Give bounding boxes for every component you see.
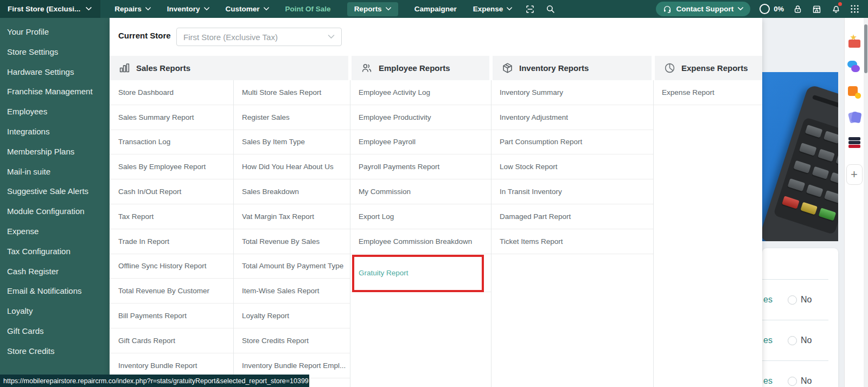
store-selector-dropdown[interactable]: First Store (Exclusi... (0, 0, 100, 18)
report-item-export-log[interactable]: Export Log (350, 204, 491, 229)
sidebar-item-module-configuration[interactable]: Module Configuration (0, 202, 110, 222)
report-item-gift-cards-report[interactable]: Gift Cards Report (110, 328, 233, 353)
report-item-cash-in-out-report[interactable]: Cash In/Out Report (110, 179, 233, 204)
sidebar-item-employees[interactable]: Employees (0, 102, 110, 122)
status-bar: https://mobilerepairstore.repaircrm.co/i… (0, 375, 309, 387)
report-item-total-revenue-by-customer[interactable]: Total Revenue By Customer (110, 279, 233, 304)
headset-icon (663, 5, 672, 14)
report-item-total-amount-by-payment-type[interactable]: Total Amount By Payment Type (233, 254, 350, 279)
nav-item-point-of-sale[interactable]: Point Of Sale (285, 3, 331, 16)
add-button[interactable]: + (846, 164, 863, 185)
section-header-employee-reports: Employee Reports (352, 56, 489, 80)
report-item-part-consumption-report[interactable]: Part Consumption Report (491, 130, 653, 155)
no-option-label[interactable]: No (801, 336, 812, 345)
nav-item-inventory[interactable]: Inventory (167, 3, 209, 16)
gift-icon[interactable]: ★ (847, 34, 861, 48)
report-item-bill-payments-report[interactable]: Bill Payments Report (110, 304, 233, 328)
report-item-employee-payroll[interactable]: Employee Payroll (350, 130, 491, 155)
notes-cards-icon[interactable] (847, 111, 861, 125)
report-item-register-sales[interactable]: Register Sales (233, 105, 350, 130)
contact-support-button[interactable]: Contact Support (656, 2, 750, 16)
report-item-sales-breakdown[interactable]: Sales Breakdown (233, 179, 350, 204)
report-item-ticket-items-report[interactable]: Ticket Items Report (491, 229, 653, 254)
report-item-transaction-log[interactable]: Transaction Log (110, 130, 233, 155)
scrollbar-track[interactable] (864, 18, 868, 387)
sidebar-item-integrations[interactable]: Integrations (0, 122, 110, 142)
report-item-store-credits-report[interactable]: Store Credits Report (233, 328, 350, 353)
sidebar-item-membership-plans[interactable]: Membership Plans (0, 142, 110, 162)
contact-support-label: Contact Support (676, 5, 733, 13)
tasks-icon[interactable] (847, 85, 861, 99)
report-item-gratuity-report[interactable]: Gratuity Report (350, 254, 491, 292)
nav-item-reports[interactable]: Reports (347, 2, 398, 16)
sidebar-item-loyalty[interactable]: Loyalty (0, 301, 110, 321)
search-icon[interactable] (546, 4, 555, 14)
nav-item-campaigner[interactable]: Campaigner (414, 3, 457, 16)
report-item-damaged-part-report[interactable]: Damaged Part Report (491, 204, 653, 229)
report-item-employee-commission-breakdown[interactable]: Employee Commission Breakdown (350, 229, 491, 254)
yes-option-label-partial[interactable]: es (763, 376, 773, 386)
report-item-total-revenue-by-sales[interactable]: Total Revenue By Sales (233, 229, 350, 254)
no-option-label[interactable]: No (801, 376, 812, 386)
report-item-payroll-payments-report[interactable]: Payroll Payments Report (350, 154, 491, 179)
no-radio-button[interactable] (788, 295, 797, 305)
report-item-offline-sync-history-report[interactable]: Offline Sync History Report (110, 254, 233, 279)
nav-item-label: Reports (354, 5, 382, 13)
current-store-select[interactable]: First Store (Exclusive Tax) (176, 28, 342, 46)
sidebar-item-franchise-management[interactable]: Franchise Management (0, 82, 110, 102)
report-item-loyalty-report[interactable]: Loyalty Report (233, 304, 350, 328)
report-item-how-did-you-hear-about-us[interactable]: How Did You Hear About Us (233, 154, 350, 179)
bell-icon[interactable] (831, 4, 841, 14)
sidebar-item-hardware-settings[interactable]: Hardware Settings (0, 62, 110, 82)
report-item-low-stock-report[interactable]: Low Stock Report (491, 154, 653, 179)
reports-dropdown-panel: Current Store First Store (Exclusive Tax… (110, 18, 762, 387)
sidebar-item-cash-register[interactable]: Cash Register (0, 262, 110, 282)
chevron-down-icon (507, 7, 512, 11)
sidebar-item-store-credits[interactable]: Store Credits (0, 341, 110, 362)
sidebar-item-email-notifications[interactable]: Email & Notifications (0, 281, 110, 301)
report-item-expense-report[interactable]: Expense Report (653, 80, 762, 105)
no-radio-button[interactable] (788, 377, 797, 386)
sidebar-item-your-profile[interactable]: Your Profile (0, 22, 110, 42)
chat-bubbles-icon[interactable] (847, 60, 861, 74)
report-item-sales-by-item-type[interactable]: Sales By Item Type (233, 130, 350, 155)
report-item-employee-activity-log[interactable]: Employee Activity Log (350, 80, 491, 105)
scan-icon[interactable] (525, 4, 535, 14)
sidebar-item-suggestive-sale-alerts[interactable]: Suggestive Sale Alerts (0, 182, 110, 202)
layers-icon[interactable] (847, 136, 861, 150)
yes-option-label-partial[interactable]: es (763, 295, 773, 305)
report-item-sales-summary-report[interactable]: Sales Summary Report (110, 105, 233, 130)
report-item-trade-in-report[interactable]: Trade In Report (110, 229, 233, 254)
column-divider (653, 80, 654, 387)
nav-item-customer[interactable]: Customer (226, 3, 269, 16)
store-selector-label: First Store (Exclusi... (8, 5, 80, 13)
report-item-sales-by-employee-report[interactable]: Sales By Employee Report (110, 154, 233, 179)
report-item-inventory-summary[interactable]: Inventory Summary (491, 80, 653, 105)
sidebar-item-gift-cards[interactable]: Gift Cards (0, 321, 110, 341)
report-item-in-transit-inventory[interactable]: In Transit Inventory (491, 179, 653, 204)
storefront-icon[interactable] (812, 4, 822, 14)
nav-item-label: Customer (226, 5, 260, 13)
report-item-multi-store-sales-report[interactable]: Multi Store Sales Report (233, 80, 350, 105)
grid-menu-icon[interactable] (850, 4, 859, 14)
report-item-inventory-adjustment[interactable]: Inventory Adjustment (491, 105, 653, 130)
sidebar-item-expense[interactable]: Expense (0, 222, 110, 242)
nav-item-repairs[interactable]: Repairs (114, 3, 151, 16)
report-item-tax-report[interactable]: Tax Report (110, 204, 233, 229)
report-item-my-commission[interactable]: My Commission (350, 179, 491, 204)
report-item-item-wise-sales-report[interactable]: Item-Wise Sales Report (233, 279, 350, 304)
lock-icon[interactable] (793, 4, 802, 14)
report-item-vat-margin-tax-report[interactable]: Vat Margin Tax Report (233, 204, 350, 229)
report-item-employee-productivity[interactable]: Employee Productivity (350, 105, 491, 130)
nav-item-expense[interactable]: Expense (473, 3, 513, 16)
pie-chart-icon (664, 62, 675, 74)
report-item-store-dashboard[interactable]: Store Dashboard (110, 80, 233, 105)
sidebar-item-mail-in-suite[interactable]: Mail-in suite (0, 162, 110, 182)
sidebar-item-store-settings[interactable]: Store Settings (0, 42, 110, 62)
sync-progress[interactable]: 0% (760, 4, 784, 14)
no-option-label[interactable]: No (801, 295, 812, 305)
sidebar-item-tax-configuration[interactable]: Tax Configuration (0, 242, 110, 262)
scrollbar-thumb[interactable] (864, 24, 867, 73)
yes-option-label-partial[interactable]: es (763, 336, 773, 345)
no-radio-button[interactable] (788, 336, 797, 345)
